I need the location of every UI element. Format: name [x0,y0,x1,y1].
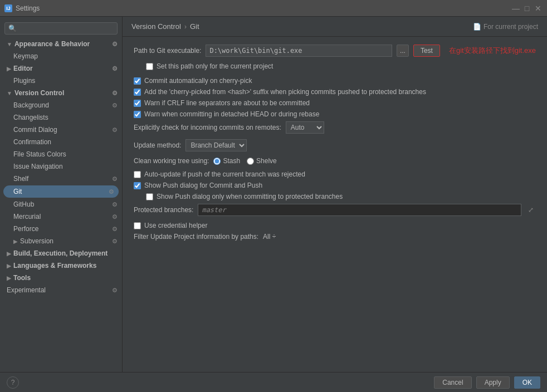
filter-update-row: Filter Update Project information by pat… [134,233,536,241]
maximize-button[interactable]: □ [522,4,531,13]
close-button[interactable]: ✕ [534,4,543,13]
badge-icon: ⚙ [112,213,118,220]
badge-icon: ⚙ [112,201,118,208]
explicitly-check-select[interactable]: Auto Always Never [286,121,324,134]
expand-arrow: ▼ [7,90,12,96]
minimize-button[interactable]: — [511,4,520,13]
checkbox-row-4: Warn when committing in detached HEAD or… [134,110,536,118]
sidebar-item-languages[interactable]: ▶ Languages & Frameworks [0,259,122,272]
sidebar-item-tools[interactable]: ▶ Tools [0,272,122,284]
checkbox-4[interactable] [134,111,141,118]
window-controls: — □ ✕ [511,4,543,13]
sidebar-item-keymap[interactable]: Keymap [0,50,122,62]
git-path-row: Path to Git executable: ... Test 在git安装路… [134,45,536,57]
help-button[interactable]: ? [7,376,19,389]
show-push-only-row: Show Push dialog only when committing to… [134,193,536,200]
auto-update-label: Auto-update if push of the current branc… [144,170,305,178]
filter-update-label: Filter Update Project information by pat… [134,233,258,241]
sidebar-item-build[interactable]: ▶ Build, Execution, Deployment [0,247,122,259]
badge-icon: ⚙ [112,126,118,134]
sidebar-label-changelists: Changelists [13,114,48,121]
sidebar-item-changelists[interactable]: Changelists [0,111,122,124]
show-push-only-label: Show Push dialog only when committing to… [157,193,343,200]
auto-update-row: Auto-update if push of the current branc… [134,170,536,178]
breadcrumb-vc: Version Control [131,22,181,31]
checkbox-row-3: Warn if CRLF line separators are about t… [134,99,536,107]
checkbox-label-3: Warn if CRLF line separators are about t… [144,99,310,107]
badge-icon: ⚙ [109,188,114,195]
sidebar-item-github[interactable]: GitHub ⚙ [0,198,122,210]
show-push-row: Show Push dialog for Commit and Push [134,182,536,189]
sidebar-item-version-control[interactable]: ▼ Version Control ⚙ [0,87,122,99]
sidebar-item-subversion[interactable]: ▶ Subversion ⚙ [0,235,122,247]
project-icon: 📄 [473,23,481,31]
set-path-checkbox[interactable] [146,63,153,70]
sidebar-item-perforce[interactable]: Perforce ⚙ [0,223,122,235]
checkbox-1[interactable] [134,77,141,85]
update-method-label: Update method: [134,141,181,149]
badge-icon: ⚙ [112,287,118,294]
sidebar-label-perforce: Perforce [13,225,38,233]
checkbox-row-1: Commit automatically on cherry-pick [134,77,536,85]
ok-button[interactable]: OK [514,376,540,389]
clean-working-radio-group: Stash Shelve [213,157,276,165]
expand-arrow: ▶ [7,251,11,257]
sidebar-item-shelf[interactable]: Shelf ⚙ [0,173,122,185]
badge-icon: ⚙ [112,90,118,97]
sidebar-item-git[interactable]: Git ⚙ [3,185,119,198]
sidebar-label-issue-nav: Issue Navigation [13,163,63,170]
filter-update-value[interactable]: All ÷ [263,233,276,241]
search-input[interactable] [4,22,118,35]
sidebar-item-commit-dialog[interactable]: Commit Dialog ⚙ [0,124,122,136]
show-push-checkbox[interactable] [134,182,141,189]
apply-button[interactable]: Apply [476,376,510,389]
update-method-row: Update method: Branch Default Merge Reba… [134,139,536,151]
git-path-input[interactable] [206,45,392,57]
auto-update-checkbox[interactable] [134,171,141,178]
badge-icon: ⚙ [112,102,118,109]
sidebar-label-experimental: Experimental [7,286,46,294]
stash-radio[interactable] [213,158,221,165]
stash-label: Stash [223,157,240,165]
expand-arrow: ▶ [7,263,11,269]
shelve-radio[interactable] [247,158,254,165]
sidebar-label-keymap: Keymap [13,52,38,60]
sidebar-item-plugins[interactable]: Plugins [0,75,122,87]
bottom-bar: ? Cancel Apply OK [0,372,547,392]
sidebar-label-github: GitHub [13,200,34,208]
title-bar-left: IJ Settings [4,4,40,12]
show-push-only-checkbox[interactable] [146,193,153,200]
cancel-button[interactable]: Cancel [434,376,471,389]
credential-row: Use credential helper [134,222,536,229]
credential-checkbox[interactable] [134,222,141,229]
browse-button[interactable]: ... [397,45,409,57]
sidebar-item-file-status-colors[interactable]: File Status Colors [0,148,122,160]
for-project-label: For current project [483,23,538,31]
update-method-select[interactable]: Branch Default Merge Rebase [185,139,247,151]
sidebar-item-issue-navigation[interactable]: Issue Navigation [0,160,122,173]
clean-working-row: Clean working tree using: Stash Shelve [134,157,536,165]
sidebar-label-background: Background [13,101,49,109]
protected-branches-label: Protected branches: [134,206,193,214]
app-icon: IJ [4,4,12,12]
badge-icon: ⚙ [112,41,118,48]
sidebar-item-mercurial[interactable]: Mercurial ⚙ [0,210,122,223]
protected-branches-input[interactable] [198,204,521,216]
expand-button[interactable]: ⤢ [526,205,536,215]
checkbox-3[interactable] [134,100,141,107]
sidebar-item-appearance-behavior[interactable]: ▼ Appearance & Behavior ⚙ [0,38,122,50]
sidebar-label-file-status: File Status Colors [13,150,66,158]
sidebar-label-commit-dialog: Commit Dialog [13,126,57,134]
test-button[interactable]: Test [413,45,440,57]
git-path-label: Path to Git executable: [134,47,201,55]
sidebar-item-experimental[interactable]: Experimental ⚙ [0,284,122,296]
sidebar-label-subversion: Subversion [20,237,53,245]
expand-arrow: ▼ [7,41,12,47]
for-project[interactable]: 📄 For current project [473,23,538,31]
checkbox-2[interactable] [134,89,141,96]
sidebar-label-build: Build, Execution, Deployment [13,249,108,257]
sidebar-item-editor[interactable]: ▶ Editor ⚙ [0,62,122,75]
sidebar-item-confirmation[interactable]: Confirmation [0,136,122,148]
protected-branches-row: Protected branches: ⤢ [134,204,536,216]
sidebar-item-background[interactable]: Background ⚙ [0,99,122,111]
